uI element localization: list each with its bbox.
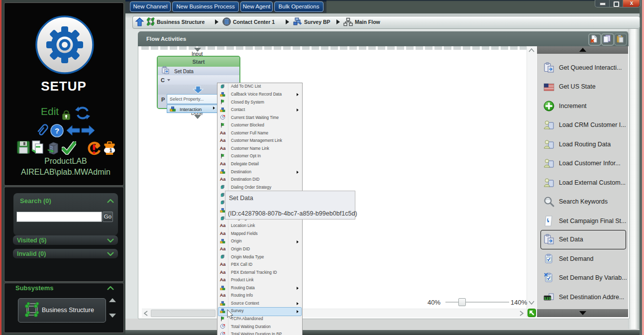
svg-text:?: ? [55, 126, 59, 135]
svg-text:1: 1 [109, 147, 112, 153]
